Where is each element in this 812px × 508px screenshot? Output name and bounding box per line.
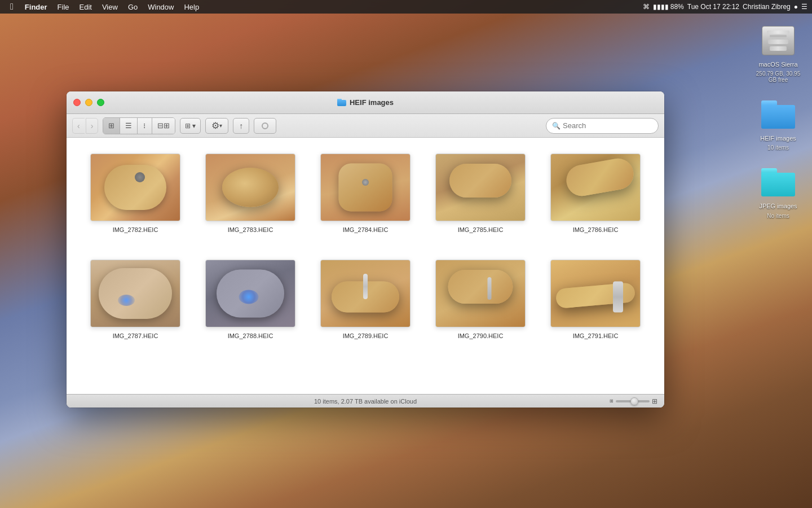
maximize-button[interactable] [97, 99, 104, 106]
slider-thumb[interactable] [630, 397, 638, 405]
view-gallery-button[interactable]: ⊟⊞ [152, 118, 175, 134]
folder-body-jpeg [761, 173, 795, 196]
folder-icon-heif [760, 97, 796, 133]
menubar-finder[interactable]: Finder [20, 0, 52, 14]
desktop-icon-jpeg[interactable]: JPEG images No items [756, 164, 801, 218]
menubar-window[interactable]: Window [143, 0, 178, 14]
thumb-inner-2785 [436, 154, 525, 221]
slider-max-icon: ⊞ [652, 397, 657, 405]
desktop-icon-label-jpeg: JPEG images [759, 203, 797, 210]
file-item-img2790[interactable]: IMG_2790.HEIC [429, 255, 532, 344]
file-item-img2783[interactable]: IMG_2783.HEIC [198, 149, 302, 238]
thumb-inner-2782 [91, 154, 180, 221]
icon-size-slider[interactable]: ⊞ ⊞ [610, 397, 657, 405]
arrange-chevron: ▾ [192, 122, 196, 130]
desktop-icon-macos-sierra[interactable]: macOS Sierra 250.79 GB, 30.95 GB free [756, 23, 801, 83]
file-item-img2785[interactable]: IMG_2785.HEIC [429, 149, 532, 238]
folder-graphic-jpeg [761, 168, 795, 196]
slider-min-icon: ⊞ [610, 398, 614, 404]
share-icon: ↑ [239, 121, 243, 130]
menubar-go[interactable]: Go [123, 0, 142, 14]
file-item-img2786[interactable]: IMG_2786.HEIC [544, 149, 647, 238]
file-name-img2786: IMG_2786.HEIC [573, 226, 619, 234]
status-text: 10 items, 2.07 TB available on iCloud [314, 398, 417, 405]
tag-button[interactable] [254, 118, 276, 134]
menubar-file[interactable]: File [53, 0, 74, 14]
file-item-img2782[interactable]: IMG_2782.HEIC [83, 149, 187, 238]
view-icon-icon: ⊞ [108, 121, 114, 130]
file-item-img2791[interactable]: IMG_2791.HEIC [544, 255, 647, 344]
arrange-button[interactable]: ⊞ ▾ [180, 118, 201, 134]
action-chevron: ▾ [219, 122, 222, 129]
desktop-icon-heif[interactable]: HEIF images 10 items [756, 97, 801, 151]
window-title-text: HEIF images [350, 98, 394, 107]
desktop-icon-label-macos: macOS Sierra [758, 61, 797, 68]
file-name-img2782: IMG_2782.HEIC [113, 226, 158, 234]
view-column-icon: ⫶ [143, 121, 147, 130]
arrange-icon: ⊞ [185, 122, 191, 130]
menubar-notifcenter-icon[interactable]: ☰ [801, 3, 807, 11]
thumb-inner-2786 [551, 154, 640, 221]
thumb-inner-2787 [91, 260, 180, 327]
file-thumbnail-img2791 [550, 260, 641, 327]
thumb-inner-2783 [206, 154, 295, 221]
menubar-datetime: Tue Oct 17 22:12 [687, 3, 739, 11]
file-name-img2787: IMG_2787.HEIC [113, 332, 158, 340]
close-button[interactable] [73, 99, 81, 106]
share-button[interactable]: ↑ [233, 118, 249, 134]
finder-content[interactable]: IMG_2782.HEIC IMG_2783.HEIC IMG_2784.HEI… [67, 138, 664, 394]
finder-toolbar: ‹ › ⊞ ☰ ⫶ ⊟⊞ ⊞ ▾ ⚙ ▾ [67, 114, 664, 138]
apple-menu[interactable]:  [5, 0, 19, 14]
search-input[interactable] [563, 121, 652, 130]
action-button[interactable]: ⚙ ▾ [205, 118, 228, 134]
desktop-icon-sublabel-jpeg: No items [767, 213, 789, 219]
wifi-icon: ⌘ [643, 3, 650, 11]
view-icon-button[interactable]: ⊞ [103, 118, 120, 134]
menubar:  Finder File Edit View Go Window Help ⌘… [0, 0, 812, 14]
file-name-img2791: IMG_2791.HEIC [573, 332, 619, 340]
file-item-img2788[interactable]: IMG_2788.HEIC [198, 255, 302, 344]
window-title: HEIF images [337, 98, 394, 107]
view-buttons: ⊞ ☰ ⫶ ⊟⊞ [103, 117, 175, 134]
folder-title-body [337, 100, 346, 106]
menubar-help[interactable]: Help [179, 0, 204, 14]
desktop-icons: macOS Sierra 250.79 GB, 30.95 GB free HE… [756, 23, 801, 219]
file-item-img2787[interactable]: IMG_2787.HEIC [83, 255, 187, 344]
thumb-inner-2790 [436, 260, 525, 327]
file-thumbnail-img2790 [435, 260, 526, 327]
view-gallery-icon: ⊟⊞ [157, 121, 170, 130]
menubar-left:  Finder File Edit View Go Window Help [5, 0, 204, 14]
desktop-icon-sublabel-macos: 250.79 GB, 30.95 GB free [756, 71, 801, 83]
menubar-wifi: ⌘ [643, 3, 650, 11]
menubar-user: Christian Zibreg [743, 3, 791, 11]
nav-forward-button[interactable]: › [86, 118, 99, 134]
search-box[interactable]: 🔍 [546, 118, 659, 134]
finder-titlebar: HEIF images [67, 91, 664, 114]
finder-window: HEIF images ‹ › ⊞ ☰ ⫶ ⊟⊞ [67, 91, 664, 408]
menubar-edit[interactable]: Edit [75, 0, 96, 14]
file-name-img2783: IMG_2783.HEIC [228, 226, 273, 234]
view-list-button[interactable]: ☰ [120, 118, 138, 134]
file-thumbnail-img2785 [435, 154, 526, 221]
view-column-button[interactable]: ⫶ [138, 118, 152, 134]
file-name-img2789: IMG_2789.HEIC [343, 332, 389, 340]
file-thumbnail-img2783 [205, 154, 295, 221]
file-thumbnail-img2784 [320, 154, 411, 221]
minimize-button[interactable] [85, 99, 92, 106]
tag-icon [262, 122, 268, 129]
menubar-right: ⌘ ▮▮▮▮ 88% Tue Oct 17 22:12 Christian Zi… [643, 3, 807, 11]
hdd-icon-macos [760, 23, 796, 59]
folder-body-heif [761, 105, 795, 129]
menubar-battery: ▮▮▮▮ 88% [653, 3, 684, 11]
file-item-img2789[interactable]: IMG_2789.HEIC [314, 255, 417, 344]
thumb-inner-2788 [206, 260, 295, 327]
thumb-inner-2791 [551, 260, 640, 327]
file-item-img2784[interactable]: IMG_2784.HEIC [314, 149, 417, 238]
desktop-icon-label-heif: HEIF images [760, 135, 796, 142]
slider-track[interactable] [616, 400, 650, 402]
nav-back-button[interactable]: ‹ [72, 118, 85, 134]
menubar-view[interactable]: View [98, 0, 122, 14]
desktop-icon-sublabel-heif: 10 items [767, 144, 789, 151]
view-list-icon: ☰ [125, 121, 132, 130]
traffic-lights [73, 99, 104, 106]
